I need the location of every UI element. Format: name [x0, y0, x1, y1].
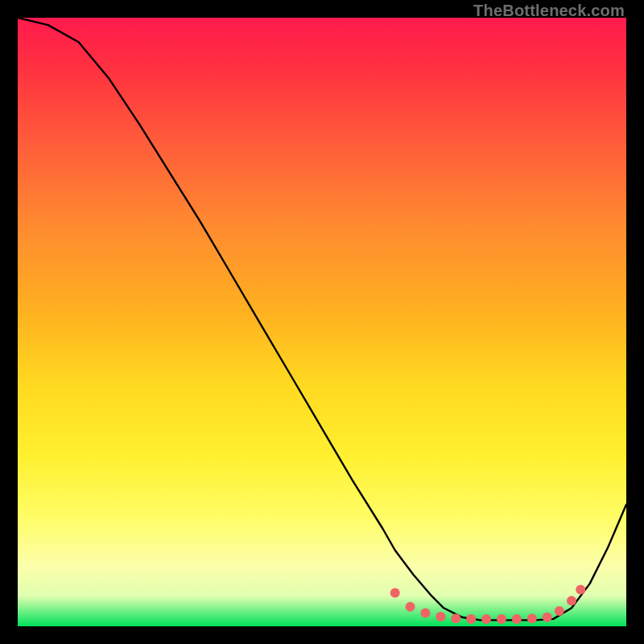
watermark-label: TheBottleneck.com: [473, 2, 625, 20]
gradient-background: [18, 18, 626, 626]
chart-stage: TheBottleneck.com: [0, 0, 644, 644]
